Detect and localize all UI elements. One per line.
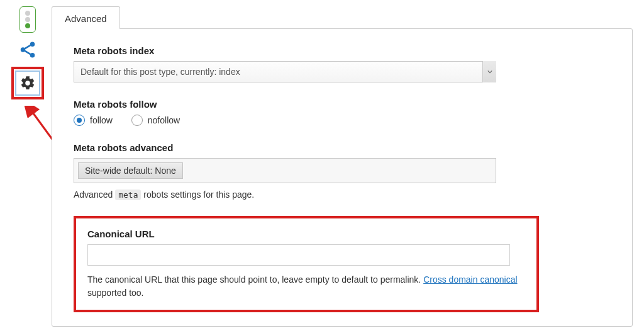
radio-nofollow-label: nofollow: [148, 115, 180, 125]
select-dropdown-button[interactable]: [482, 61, 496, 82]
seo-traffic-light-tab[interactable]: [19, 6, 36, 33]
share-icon: [18, 40, 37, 59]
canonical-url-description: The canonical URL that this page should …: [87, 273, 525, 300]
radio-icon: [131, 115, 143, 126]
meta-robots-index-value[interactable]: [74, 61, 496, 82]
meta-robots-advanced-select[interactable]: Site-wide default: None: [74, 158, 496, 183]
vertical-tab-rail: [11, 6, 44, 99]
svg-point-1: [21, 47, 26, 52]
meta-robots-advanced-label: Meta robots advanced: [74, 142, 611, 153]
meta-robots-advanced-option[interactable]: Site-wide default: None: [78, 162, 183, 179]
social-tab[interactable]: [14, 37, 41, 63]
canonical-url-input[interactable]: [87, 244, 510, 266]
chevron-down-icon: [487, 69, 492, 74]
meta-robots-index-select[interactable]: [74, 61, 496, 82]
radio-follow[interactable]: follow: [74, 115, 113, 126]
meta-robots-advanced-help: Advanced meta robots settings for this p…: [74, 189, 611, 200]
radio-icon: [74, 115, 85, 126]
canonical-url-highlight: Canonical URL The canonical URL that thi…: [74, 216, 539, 312]
svg-line-4: [25, 51, 31, 54]
gear-icon: [19, 75, 36, 91]
meta-robots-follow-label: Meta robots follow: [74, 99, 611, 110]
meta-robots-follow-radios: follow nofollow: [74, 115, 611, 126]
advanced-tab-highlight: [11, 67, 44, 99]
tab-advanced[interactable]: Advanced: [52, 6, 120, 29]
radio-nofollow[interactable]: nofollow: [131, 115, 180, 126]
svg-line-3: [25, 45, 31, 48]
advanced-tab[interactable]: [15, 71, 40, 96]
radio-follow-label: follow: [90, 115, 113, 125]
meta-robots-index-label: Meta robots index: [74, 45, 611, 56]
canonical-url-label: Canonical URL: [87, 229, 525, 239]
meta-code: meta: [115, 189, 141, 200]
cross-domain-canonical-link[interactable]: Cross domain canonical: [423, 274, 517, 285]
advanced-panel: Meta robots index Meta robots follow fol…: [52, 28, 633, 327]
